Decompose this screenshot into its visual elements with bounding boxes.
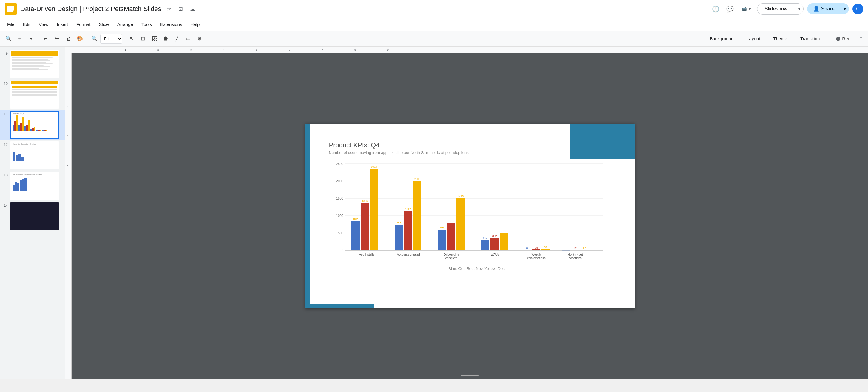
comment-icon[interactable]: 💬 <box>724 4 735 14</box>
svg-text:12: 12 <box>573 247 576 250</box>
user-avatar[interactable]: C <box>852 4 863 14</box>
history-icon[interactable]: 🕐 <box>710 4 721 14</box>
slide-item-10[interactable]: 10 <box>0 79 65 110</box>
slide-item-9[interactable]: 9 <box>0 49 65 79</box>
menu-arrange[interactable]: Arrange <box>113 20 137 29</box>
search-button[interactable]: 🔍 <box>3 33 14 44</box>
svg-text:4: 4 <box>223 48 225 51</box>
menu-edit[interactable]: Edit <box>19 20 35 29</box>
menu-help[interactable]: Help <box>186 20 204 29</box>
slide-thumbnail-9 <box>10 50 59 78</box>
transition-button[interactable]: Transition <box>795 34 825 43</box>
app-icon[interactable] <box>5 3 17 15</box>
chart-title: Product KPIs: Q4 <box>329 142 624 149</box>
slide-item-11[interactable]: 11 Product KPIs: Q4 <box>0 110 65 140</box>
textbox-button[interactable]: ▭ <box>183 33 194 44</box>
menu-view[interactable]: View <box>35 20 53 29</box>
svg-rect-34 <box>395 224 403 250</box>
cursor-button[interactable]: ↖ <box>126 33 137 44</box>
separator-3 <box>124 35 124 42</box>
svg-rect-44 <box>456 199 465 250</box>
select-button[interactable]: ⊡ <box>137 33 148 44</box>
slide-thumbnail-12: Onboarding Completion - Overview <box>10 142 59 170</box>
folder-icon[interactable]: ⊡ <box>176 4 185 13</box>
slide-item-13[interactable]: 13 App Dashboard - Forecast Usage Projec… <box>0 171 65 201</box>
share-dropdown-button[interactable]: ▾ <box>841 4 849 14</box>
paint-format-button[interactable]: 🎨 <box>74 33 85 44</box>
ruler-vertical: 1 2 3 4 5 <box>65 53 71 379</box>
layout-button[interactable]: Layout <box>741 34 765 43</box>
svg-text:785: 785 <box>449 219 454 222</box>
svg-text:6: 6 <box>289 48 290 51</box>
svg-text:Onboarding: Onboarding <box>443 253 459 256</box>
svg-text:2: 2 <box>66 105 69 107</box>
redo-button[interactable]: ↪ <box>52 33 62 44</box>
print-button[interactable]: 🖨 <box>63 33 74 44</box>
svg-text:4: 4 <box>66 165 69 167</box>
svg-text:1356: 1356 <box>362 200 368 203</box>
svg-text:1000: 1000 <box>336 214 343 217</box>
background-button[interactable]: Background <box>704 34 739 43</box>
svg-rect-28 <box>351 221 360 250</box>
toolbar: 🔍 ＋ ▾ ↩ ↪ 🖨 🎨 🔍 Fit 50% 75% 100% 150% ↖ … <box>0 31 868 47</box>
slide-thumbnail-10 <box>10 81 59 109</box>
svg-text:1495: 1495 <box>457 195 463 198</box>
meet-dropdown-icon: ▾ <box>749 6 751 12</box>
slide-item-12[interactable]: 12 Onboarding Completion - Overview <box>0 140 65 171</box>
svg-text:7: 7 <box>321 48 323 51</box>
slide-number-10: 10 <box>2 81 8 86</box>
document-title: Data-Driven Design | Project 2 PetsMatch… <box>20 5 161 13</box>
menu-extensions[interactable]: Extensions <box>156 20 186 29</box>
menu-insert[interactable]: Insert <box>53 20 72 29</box>
zoom-in-button[interactable]: ＋ <box>14 33 25 44</box>
shape-button[interactable]: ⬟ <box>160 33 171 44</box>
zoom-out-button[interactable]: ▾ <box>26 33 36 44</box>
menu-format[interactable]: Format <box>72 20 95 29</box>
svg-text:2000: 2000 <box>414 178 420 180</box>
zoom-percent-button[interactable]: 🔍 <box>89 33 100 44</box>
svg-text:3: 3 <box>66 135 69 137</box>
svg-text:2000: 2000 <box>336 179 343 183</box>
svg-text:WAUs: WAUs <box>491 253 499 256</box>
svg-text:complete: complete <box>445 257 457 260</box>
svg-rect-40 <box>438 230 446 250</box>
slide-item-14[interactable]: 14 <box>0 201 65 232</box>
share-button[interactable]: 👤 Share <box>807 3 841 14</box>
share-person-icon: 👤 <box>813 6 819 12</box>
add-button[interactable]: ⊕ <box>194 33 205 44</box>
cloud-save-icon[interactable]: ☁ <box>188 4 197 13</box>
menu-slide[interactable]: Slide <box>95 20 113 29</box>
svg-text:3: 3 <box>190 48 192 51</box>
slideshow-dropdown-button[interactable]: ▾ <box>795 4 803 14</box>
slide-number-14: 14 <box>2 202 8 208</box>
svg-rect-32 <box>370 169 378 250</box>
slideshow-button-group: Slideshow ▾ <box>757 3 804 14</box>
slide-scroll-indicator <box>461 375 479 376</box>
ruler-horizontal: 1 2 3 4 5 6 7 8 9 <box>65 47 868 53</box>
star-icon[interactable]: ☆ <box>164 4 173 13</box>
zoom-select[interactable]: Fit 50% 75% 100% 150% <box>100 34 122 43</box>
menu-bar: File Edit View Insert Format Slide Arran… <box>0 18 868 31</box>
rec-dot-icon <box>836 37 840 41</box>
svg-text:1127: 1127 <box>405 208 411 211</box>
svg-text:2: 2 <box>157 48 159 51</box>
share-button-group: 👤 Share ▾ <box>807 3 849 14</box>
title-icon-group: ☆ ⊡ ☁ <box>164 4 197 13</box>
svg-rect-10 <box>65 53 71 379</box>
menu-file[interactable]: File <box>3 20 19 29</box>
slide-number-12: 12 <box>2 142 8 147</box>
menu-tools[interactable]: Tools <box>137 20 156 29</box>
rec-button[interactable]: Rec <box>833 34 854 43</box>
svg-text:8: 8 <box>526 247 528 250</box>
meet-button[interactable]: 📹 ▾ <box>739 4 753 13</box>
slide-number-13: 13 <box>2 172 8 177</box>
svg-text:1500: 1500 <box>336 197 343 200</box>
image-button[interactable]: 🖼 <box>149 33 160 44</box>
main-layout: 9 10 <box>0 47 868 379</box>
line-button[interactable]: ╱ <box>172 33 182 44</box>
slideshow-button[interactable]: Slideshow <box>757 4 795 14</box>
svg-text:0: 0 <box>341 248 343 252</box>
undo-button[interactable]: ↩ <box>40 33 51 44</box>
theme-button[interactable]: Theme <box>768 34 793 43</box>
toolbar-collapse-button[interactable]: ⌃ <box>856 34 865 43</box>
